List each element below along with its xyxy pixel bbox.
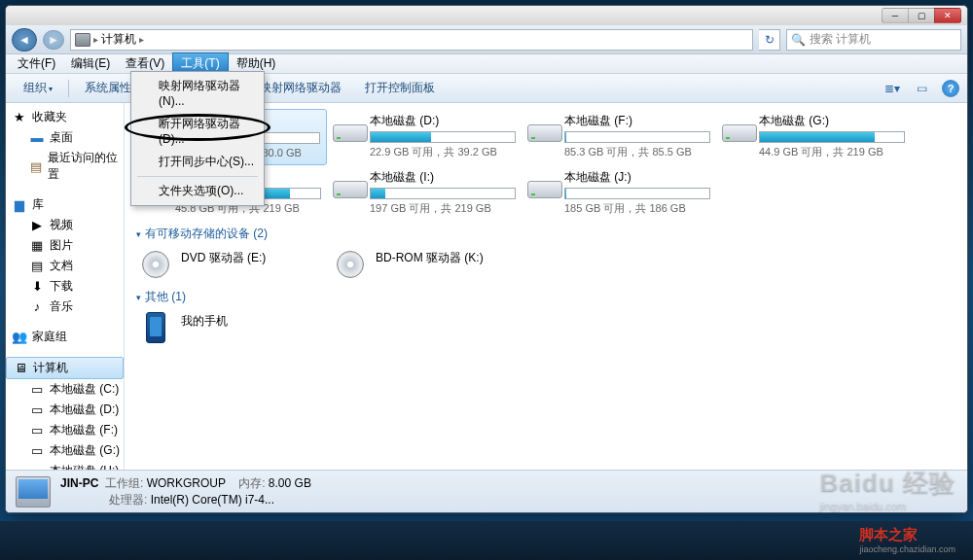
homegroup-icon: 👥 (12, 331, 27, 344)
sidebar-drive-h[interactable]: ▭本地磁盘 (H:) (6, 461, 124, 470)
document-icon: ▤ (29, 260, 45, 273)
taskbar: 脚本之家jiaocheng.chazidian.com (0, 521, 973, 560)
drive-stat: 197 GB 可用，共 219 GB (370, 201, 516, 216)
download-icon: ⬇ (29, 280, 45, 294)
drive-stat: 185 GB 可用，共 186 GB (564, 201, 710, 216)
toolbar-control-panel[interactable]: 打开控制面板 (355, 77, 445, 99)
star-icon: ★ (12, 111, 27, 124)
drive-item[interactable]: 本地磁盘 (F:)85.3 GB 可用，共 85.5 GB (522, 109, 716, 165)
back-button[interactable]: ◄ (12, 28, 37, 52)
dd-map-drive[interactable]: 映射网络驱动器(N)... (133, 74, 262, 112)
menu-edit[interactable]: 编辑(E) (63, 53, 118, 74)
preview-pane-icon[interactable]: ▭ (911, 78, 932, 99)
drive-item[interactable]: 本地磁盘 (J:)185 GB 可用，共 186 GB (522, 165, 716, 220)
drive-icon: ▭ (29, 403, 45, 417)
optical-drive-item[interactable]: DVD 驱动器 (E:) (132, 246, 327, 283)
device-item[interactable]: 我的手机 (132, 309, 327, 346)
drive-item[interactable]: 本地磁盘 (G:)44.9 GB 可用，共 219 GB (716, 109, 911, 165)
music-icon: ♪ (29, 300, 45, 314)
device-name: 我的手机 (181, 313, 321, 330)
close-button[interactable]: ✕ (934, 8, 961, 23)
sidebar-documents[interactable]: ▤文档 (6, 256, 124, 276)
view-options-icon[interactable]: ≣▾ (882, 78, 903, 99)
drive-stat: 22.9 GB 可用，共 39.2 GB (370, 145, 516, 159)
drive-icon (527, 113, 557, 142)
chevron-right-icon: ▸ (93, 34, 98, 45)
drive-icon (527, 169, 557, 198)
optical-drive-item[interactable]: BD-ROM 驱动器 (K:) (327, 246, 522, 283)
sidebar-drive-f[interactable]: ▭本地磁盘 (F:) (6, 420, 124, 440)
other-section[interactable]: 其他 (1) (132, 283, 967, 309)
drive-icon: ▭ (29, 444, 45, 458)
computer-icon (75, 33, 90, 47)
drive-item[interactable]: 本地磁盘 (I:)197 GB 可用，共 219 GB (327, 165, 522, 220)
removable-section[interactable]: 有可移动存储的设备 (2) (132, 220, 967, 246)
sidebar: ★收藏夹 ▬桌面 ▤最近访问的位置 ▆库 ▶视频 ▦图片 ▤文档 ⬇下载 ♪音乐… (6, 103, 125, 470)
computer-large-icon (16, 476, 51, 508)
search-input[interactable]: 🔍 搜索 计算机 (786, 29, 961, 51)
sidebar-favorites[interactable]: ★收藏夹 (6, 107, 124, 127)
search-placeholder: 搜索 计算机 (810, 31, 871, 48)
drive-icon (333, 113, 362, 142)
sidebar-downloads[interactable]: ⬇下载 (6, 276, 124, 297)
drive-icon: ▭ (29, 383, 45, 397)
breadcrumb-label: 计算机 (101, 31, 136, 48)
drive-name: 本地磁盘 (G:) (759, 113, 905, 129)
titlebar: ─ ▢ ✕ (6, 6, 967, 25)
drive-name: DVD 驱动器 (E:) (181, 250, 321, 266)
search-icon: 🔍 (791, 33, 806, 47)
sidebar-drive-g[interactable]: ▭本地磁盘 (G:) (6, 440, 124, 461)
dd-folder-options[interactable]: 文件夹选项(O)... (133, 179, 262, 203)
chevron-right-icon: ▸ (139, 34, 144, 45)
sidebar-drive-d[interactable]: ▭本地磁盘 (D:) (6, 400, 124, 420)
drive-name: 本地磁盘 (I:) (370, 169, 516, 186)
drive-usage-bar (370, 188, 516, 199)
drive-stat: 44.9 GB 可用，共 219 GB (759, 145, 905, 159)
drive-icon (722, 113, 751, 142)
computer-icon: 🖥 (13, 362, 28, 375)
maximize-button[interactable]: ▢ (908, 8, 935, 23)
disc-icon (333, 250, 368, 279)
sidebar-videos[interactable]: ▶视频 (6, 215, 124, 235)
sidebar-desktop[interactable]: ▬桌面 (6, 127, 124, 148)
drive-icon (333, 169, 362, 198)
drive-name: 本地磁盘 (D:) (370, 113, 516, 129)
toolbar-map-drive[interactable]: 映射网络驱动器 (250, 77, 351, 99)
phone-icon (138, 313, 173, 342)
minimize-button[interactable]: ─ (882, 8, 909, 23)
sidebar-libraries[interactable]: ▆库 (6, 194, 124, 215)
sidebar-homegroup[interactable]: 👥家庭组 (6, 327, 124, 347)
sidebar-recent[interactable]: ▤最近访问的位置 (6, 148, 124, 185)
watermark: Baidu 经验jingyan.baidu.com (820, 466, 955, 511)
sidebar-drive-c[interactable]: ▭本地磁盘 (C:) (6, 379, 124, 400)
breadcrumb[interactable]: ▸ 计算机 ▸ (70, 29, 753, 51)
tools-dropdown: 映射网络驱动器(N)... 断开网络驱动器(D)... 打开同步中心(S)...… (130, 71, 265, 206)
address-bar: ◄ ► ▸ 计算机 ▸ ↻ 🔍 搜索 计算机 (6, 25, 967, 54)
forward-button[interactable]: ► (43, 30, 64, 50)
dd-sync-center[interactable]: 打开同步中心(S)... (133, 150, 262, 174)
drive-icon: ▭ (29, 424, 45, 438)
drive-item[interactable]: 本地磁盘 (D:)22.9 GB 可用，共 39.2 GB (327, 109, 522, 165)
drive-name: 本地磁盘 (J:) (564, 169, 710, 186)
disc-icon (138, 250, 173, 279)
drive-usage-bar (564, 188, 710, 199)
dd-disconnect-drive[interactable]: 断开网络驱动器(D)... (133, 112, 262, 150)
sidebar-pictures[interactable]: ▦图片 (6, 235, 124, 256)
sidebar-computer[interactable]: 🖥计算机 (6, 357, 124, 379)
refresh-button[interactable]: ↻ (759, 29, 780, 51)
menu-file[interactable]: 文件(F) (10, 53, 63, 74)
toolbar-organize[interactable]: 组织 (14, 77, 62, 99)
drive-usage-bar (370, 131, 516, 143)
video-icon: ▶ (29, 219, 45, 232)
help-icon[interactable]: ? (942, 80, 959, 97)
library-icon: ▆ (12, 198, 27, 212)
drive-stat: 85.3 GB 可用，共 85.5 GB (564, 145, 710, 159)
picture-icon: ▦ (29, 239, 45, 253)
drive-usage-bar (759, 131, 905, 143)
site-watermark: 脚本之家jiaocheng.chazidian.com (859, 526, 955, 554)
sidebar-music[interactable]: ♪音乐 (6, 297, 124, 317)
drive-usage-bar (564, 131, 710, 143)
desktop-icon: ▬ (29, 131, 45, 145)
drive-name: 本地磁盘 (F:) (564, 113, 710, 129)
recent-icon: ▤ (29, 159, 43, 173)
